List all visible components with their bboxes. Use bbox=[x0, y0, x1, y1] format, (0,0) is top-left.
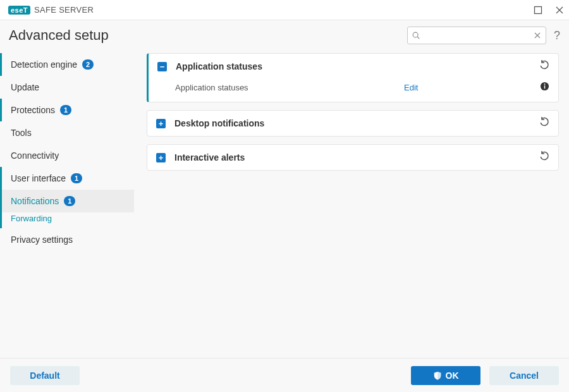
ok-button-label: OK bbox=[446, 371, 459, 381]
sidebar-item-label: Connectivity bbox=[11, 150, 59, 161]
setting-label: Application statuses bbox=[175, 83, 404, 92]
sidebar-item-connectivity[interactable]: Connectivity bbox=[0, 144, 134, 167]
search-input[interactable] bbox=[423, 31, 530, 40]
sidebar-item-notifications[interactable]: Notifications 1 bbox=[0, 190, 134, 212]
brand-text: SAFE SERVER bbox=[34, 5, 94, 15]
panel-desktop-notifications: + Desktop notifications bbox=[147, 110, 559, 137]
svg-point-4 bbox=[544, 83, 545, 85]
panel-title: Interactive alerts bbox=[174, 152, 245, 162]
edit-link[interactable]: Edit bbox=[404, 83, 530, 92]
sidebar-subitem-forwarding[interactable]: Forwarding bbox=[0, 212, 134, 228]
svg-rect-0 bbox=[535, 6, 542, 13]
sidebar-item-label: User interface bbox=[11, 173, 66, 183]
window-maximize-icon[interactable] bbox=[534, 6, 542, 15]
revert-icon[interactable] bbox=[539, 151, 549, 164]
ok-button[interactable]: OK bbox=[411, 366, 480, 385]
sidebar-item-label: Tools bbox=[11, 128, 32, 138]
sidebar-item-label: Detection engine bbox=[11, 59, 77, 70]
sidebar-badge: 1 bbox=[71, 173, 82, 183]
sidebar-subitem-label: Forwarding bbox=[11, 214, 52, 223]
search-field[interactable] bbox=[407, 27, 546, 44]
svg-rect-3 bbox=[544, 85, 546, 89]
sidebar-item-label: Protections bbox=[11, 105, 55, 115]
sidebar-badge: 1 bbox=[64, 196, 75, 206]
sidebar-item-tools[interactable]: Tools bbox=[0, 121, 134, 144]
window-controls bbox=[534, 6, 564, 15]
info-icon[interactable] bbox=[540, 82, 549, 93]
expand-icon[interactable]: + bbox=[156, 119, 166, 128]
sidebar-item-protections[interactable]: Protections 1 bbox=[0, 99, 134, 121]
sidebar-badge: 2 bbox=[82, 59, 94, 70]
panel-body: Application statuses Edit bbox=[149, 79, 558, 102]
brand-badge: eseT bbox=[8, 6, 30, 15]
clear-search-icon[interactable] bbox=[533, 31, 542, 40]
sidebar-item-user-interface[interactable]: User interface 1 bbox=[0, 167, 134, 190]
panel-title: Desktop notifications bbox=[174, 118, 264, 128]
header: Advanced setup ? bbox=[0, 20, 569, 49]
help-icon[interactable]: ? bbox=[554, 29, 560, 42]
sidebar-item-label: Privacy settings bbox=[11, 235, 73, 245]
panel-header[interactable]: + Interactive alerts bbox=[147, 145, 558, 170]
sidebar-item-label: Update bbox=[11, 82, 39, 92]
cancel-button[interactable]: Cancel bbox=[489, 366, 559, 385]
panel-interactive-alerts: + Interactive alerts bbox=[147, 144, 559, 171]
titlebar: eseT SAFE SERVER bbox=[0, 0, 569, 20]
revert-icon[interactable] bbox=[539, 60, 549, 73]
sidebar-item-detection-engine[interactable]: Detection engine 2 bbox=[0, 53, 134, 76]
panel-title: Application statuses bbox=[176, 61, 262, 71]
panel-header[interactable]: − Application statuses bbox=[149, 54, 558, 79]
panel-application-statuses: − Application statuses Application statu… bbox=[147, 53, 559, 102]
window-close-icon[interactable] bbox=[555, 6, 564, 15]
main: Detection engine 2 Update Protections 1 … bbox=[0, 49, 569, 358]
sidebar-item-update[interactable]: Update bbox=[0, 76, 134, 99]
content: − Application statuses Application statu… bbox=[134, 49, 569, 358]
shield-icon bbox=[433, 371, 442, 380]
sidebar-badge: 1 bbox=[60, 105, 71, 115]
expand-icon[interactable]: + bbox=[156, 153, 166, 162]
brand-logo: eseT SAFE SERVER bbox=[8, 5, 94, 15]
panel-header[interactable]: + Desktop notifications bbox=[147, 111, 558, 136]
setting-row-application-statuses: Application statuses Edit bbox=[175, 79, 549, 95]
footer: Default OK Cancel bbox=[0, 358, 569, 392]
page-title: Advanced setup bbox=[9, 27, 109, 44]
sidebar: Detection engine 2 Update Protections 1 … bbox=[0, 49, 134, 358]
sidebar-item-privacy-settings[interactable]: Privacy settings bbox=[0, 228, 134, 251]
svg-point-1 bbox=[413, 32, 418, 37]
search-icon bbox=[412, 31, 420, 40]
default-button[interactable]: Default bbox=[10, 366, 80, 385]
revert-icon[interactable] bbox=[539, 117, 549, 130]
sidebar-item-label: Notifications bbox=[11, 196, 59, 206]
collapse-icon[interactable]: − bbox=[157, 62, 167, 71]
